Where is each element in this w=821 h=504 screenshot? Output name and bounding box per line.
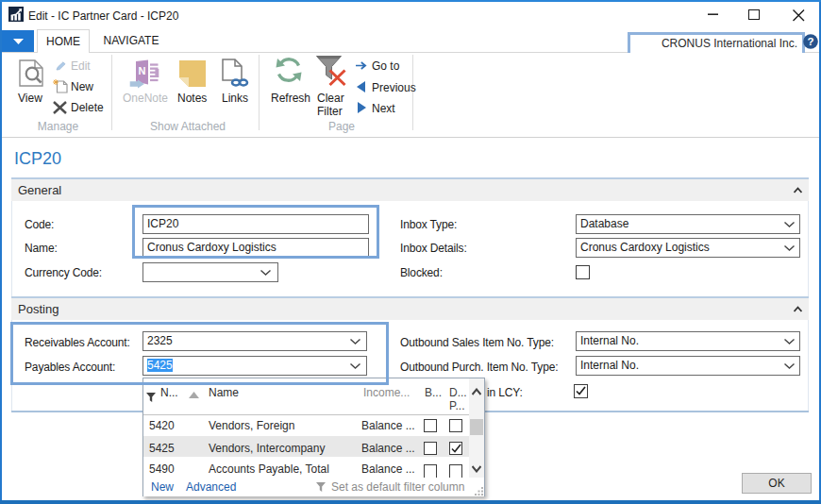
- svg-text:?: ?: [807, 36, 813, 47]
- svg-text:N: N: [139, 65, 146, 76]
